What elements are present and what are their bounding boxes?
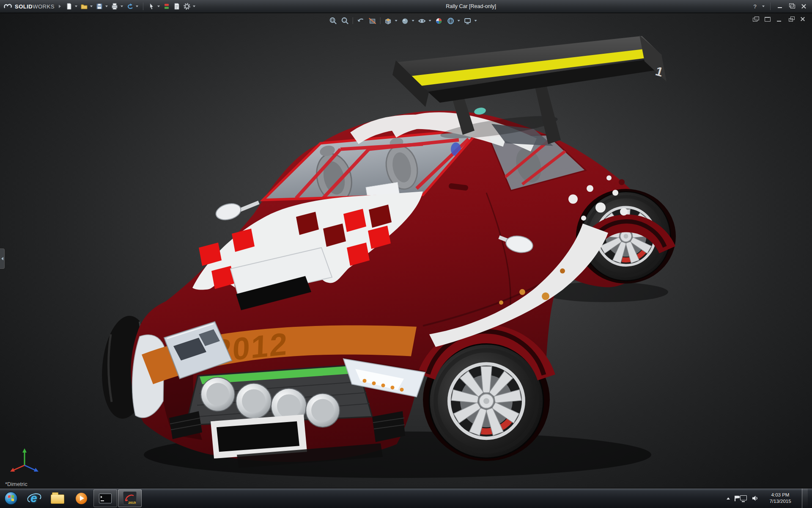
toolbar-separator (143, 3, 143, 10)
heads-up-view-toolbar (325, 15, 481, 27)
clock-time: 4:03 PM (763, 492, 797, 498)
file-properties-icon (173, 3, 181, 10)
chevron-down-icon[interactable] (105, 6, 108, 7)
zoom-to-fit-button[interactable] (328, 16, 339, 26)
start-button[interactable] (0, 489, 22, 508)
open-button[interactable] (80, 1, 89, 11)
document-minimize-button[interactable] (775, 15, 784, 23)
taskbar-item-media-player[interactable] (70, 490, 93, 507)
volume-icon[interactable] (752, 495, 759, 502)
help-button[interactable]: ? (750, 2, 760, 11)
document-restore-button[interactable] (787, 15, 796, 23)
solidworks-logo: SOLIDWORKS (0, 3, 59, 10)
open-folder-icon (80, 3, 88, 10)
chevron-down-icon[interactable] (458, 20, 460, 22)
cascade-windows-button[interactable] (751, 15, 760, 23)
apply-scene-button[interactable] (445, 16, 456, 26)
chevron-down-icon[interactable] (412, 20, 414, 22)
taskbar-item-internet-explorer[interactable]: e (22, 490, 45, 507)
title-bar: SOLIDWORKS (0, 0, 812, 13)
previous-view-button[interactable] (355, 16, 366, 26)
chevron-down-icon[interactable] (193, 6, 195, 7)
front-right-wheel (429, 344, 543, 458)
standard-toolbar (64, 1, 197, 11)
rally-car-model[interactable]: 2012 (98, 35, 676, 478)
tile-windows-button[interactable] (763, 15, 772, 23)
undo-arrow-icon (126, 3, 134, 10)
hud-separator (380, 17, 381, 24)
chevron-down-icon[interactable] (75, 6, 77, 7)
chevron-down-icon[interactable] (90, 6, 93, 7)
chevron-down-icon[interactable] (121, 6, 123, 7)
sw-version-badge: 2015 (128, 501, 136, 505)
solidworks-window: SOLIDWORKS (0, 0, 812, 508)
command-prompt-icon (99, 494, 112, 503)
hide-show-items-button[interactable] (417, 16, 428, 26)
chevron-down-icon[interactable] (395, 20, 398, 22)
3d-scene[interactable]: 2012 (0, 13, 812, 488)
minimize-button[interactable] (775, 2, 785, 11)
document-close-button[interactable] (798, 15, 808, 23)
chevron-down-icon[interactable] (136, 6, 138, 7)
restore-button[interactable] (787, 2, 797, 11)
save-button[interactable] (95, 1, 104, 11)
cursor-icon (148, 3, 155, 10)
media-player-icon (76, 493, 87, 504)
windows-orb-icon (4, 491, 18, 505)
graphics-area[interactable]: 2012 (0, 13, 812, 488)
dassault-3ds-logo-icon (3, 3, 13, 10)
taskbar-item-explorer[interactable] (46, 490, 69, 507)
printer-icon (111, 3, 118, 10)
show-desktop-button[interactable] (802, 489, 808, 508)
gear-icon (183, 3, 191, 10)
taskbar-item-command-prompt[interactable] (93, 489, 117, 507)
view-orientation-label: *Dimetric (5, 481, 27, 487)
new-button[interactable] (64, 1, 74, 11)
rebuild-button[interactable] (162, 1, 171, 11)
rebuild-icon (163, 3, 170, 10)
options-button[interactable] (182, 1, 192, 11)
document-window-controls (751, 15, 808, 23)
chevron-down-icon[interactable] (429, 20, 431, 22)
zoom-to-area-button[interactable] (340, 16, 351, 26)
system-tray: 4:03 PM 7/13/2015 (727, 489, 812, 508)
orientation-triad (9, 447, 41, 476)
logo-chevron-icon (59, 5, 61, 8)
display-style-button[interactable] (400, 16, 411, 26)
view-settings-button[interactable] (462, 16, 473, 26)
action-center-icon[interactable] (735, 496, 735, 501)
new-document-icon (65, 3, 73, 10)
chevron-down-icon[interactable] (762, 6, 765, 7)
section-view-button[interactable] (367, 16, 378, 26)
chevron-down-icon[interactable] (475, 20, 477, 22)
select-button[interactable] (147, 1, 156, 11)
clock-date: 7/13/2015 (763, 498, 797, 505)
solidworks-icon: 2015 (123, 491, 137, 505)
window-controls: ? (750, 2, 812, 11)
windows-taskbar: e 2015 4:03 PM (0, 488, 812, 508)
app-name: SOLIDWORKS (15, 3, 55, 10)
taskbar-clock[interactable]: 4:03 PM 7/13/2015 (763, 492, 797, 505)
feature-tree-collapse-tab[interactable] (0, 248, 5, 269)
internet-explorer-icon: e (27, 491, 41, 505)
close-button[interactable] (798, 2, 809, 11)
toolbar-separator (770, 3, 771, 10)
file-properties-button[interactable] (172, 1, 181, 11)
print-button[interactable] (110, 1, 119, 11)
network-icon[interactable] (740, 495, 747, 500)
chevron-down-icon[interactable] (157, 6, 160, 7)
window-title: Rally Car [Read-only] (446, 3, 496, 9)
folder-icon (51, 494, 64, 504)
edit-appearance-button[interactable] (433, 16, 444, 26)
save-floppy-icon (96, 3, 103, 10)
hud-separator (353, 17, 353, 24)
undo-button[interactable] (125, 1, 134, 11)
view-orientation-button[interactable] (383, 16, 394, 26)
show-hidden-icons-button[interactable] (727, 497, 730, 500)
taskbar-item-solidworks[interactable]: 2015 (118, 489, 142, 507)
